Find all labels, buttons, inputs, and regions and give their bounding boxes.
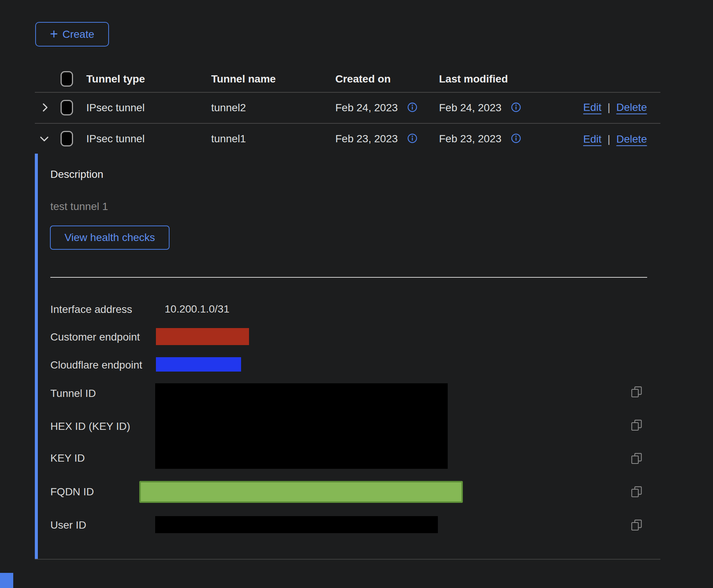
fqdn-id-redaction — [139, 481, 463, 503]
description-label: Description — [50, 168, 103, 180]
row-checkbox[interactable] — [61, 100, 73, 115]
copy-icon[interactable] — [630, 485, 643, 498]
view-health-checks-button[interactable]: View health checks — [50, 226, 170, 250]
info-icon[interactable] — [407, 133, 417, 143]
customer-endpoint-label: Customer endpoint — [50, 331, 140, 343]
cloudflare-endpoint-label: Cloudflare endpoint — [50, 359, 142, 371]
last-modified-cell: Feb 23, 2023 — [439, 133, 501, 145]
select-all-checkbox[interactable] — [61, 71, 73, 87]
customer-endpoint-redaction — [156, 328, 249, 345]
actions-separator: | — [607, 133, 610, 145]
bottom-left-blue-fragment — [0, 573, 13, 588]
tunnel-id-label: Tunnel ID — [50, 387, 96, 400]
fqdn-id-label: FQDN ID — [50, 486, 94, 498]
info-icon[interactable] — [511, 133, 521, 143]
description-value: test tunnel 1 — [50, 201, 108, 213]
row-divider — [35, 123, 660, 124]
tunnels-page: + Create Tunnel type Tunnel name Created… — [0, 0, 713, 588]
actions-separator: | — [607, 101, 610, 114]
ids-redaction-block — [155, 383, 448, 469]
row-actions: Edit | Delete — [583, 101, 647, 114]
tunnel-type-cell: IPsec tunnel — [86, 102, 145, 114]
info-icon[interactable] — [511, 102, 521, 112]
expanded-row-accent-bar — [35, 154, 38, 559]
tunnel-name-cell: tunnel2 — [211, 102, 246, 114]
copy-icon[interactable] — [630, 419, 643, 431]
edit-link[interactable]: Edit — [583, 133, 601, 145]
column-header-created-on: Created on — [335, 73, 391, 85]
interface-address-label: Interface address — [50, 303, 132, 316]
delete-link[interactable]: Delete — [616, 101, 647, 114]
interface-address-value: 10.200.1.0/31 — [165, 303, 229, 315]
column-header-last-modified: Last modified — [439, 73, 508, 85]
key-id-label: KEY ID — [50, 452, 85, 464]
copy-icon[interactable] — [630, 452, 643, 464]
delete-link[interactable]: Delete — [616, 133, 647, 145]
chevron-right-icon[interactable] — [39, 101, 51, 114]
edit-link[interactable]: Edit — [583, 101, 601, 114]
created-on-cell: Feb 24, 2023 — [335, 102, 398, 114]
create-button-label: Create — [62, 28, 94, 40]
column-header-tunnel-name: Tunnel name — [211, 73, 276, 85]
tunnel-name-cell: tunnel1 — [211, 133, 246, 145]
info-icon[interactable] — [407, 102, 417, 112]
last-modified-cell: Feb 24, 2023 — [439, 102, 501, 114]
chevron-down-icon[interactable] — [38, 132, 51, 145]
user-id-label: User ID — [50, 519, 86, 531]
copy-icon[interactable] — [630, 386, 643, 398]
view-health-checks-label: View health checks — [64, 232, 155, 244]
header-divider — [35, 92, 660, 93]
hex-id-label: HEX ID (KEY ID) — [50, 420, 130, 432]
panel-bottom-divider — [35, 559, 660, 560]
row-actions: Edit | Delete — [583, 133, 647, 145]
column-header-tunnel-type: Tunnel type — [86, 73, 145, 85]
section-divider — [50, 277, 647, 278]
create-button[interactable]: + Create — [35, 22, 109, 47]
tunnel-type-cell: IPsec tunnel — [86, 133, 145, 145]
cloudflare-endpoint-redaction — [156, 357, 241, 372]
created-on-cell: Feb 23, 2023 — [335, 133, 398, 145]
user-id-redaction — [155, 516, 438, 533]
row-checkbox[interactable] — [61, 131, 73, 146]
copy-icon[interactable] — [630, 519, 643, 531]
